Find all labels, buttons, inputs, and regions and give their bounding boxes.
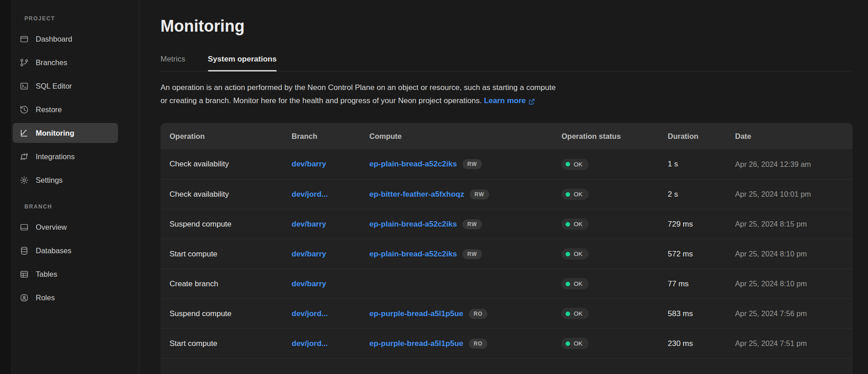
column-header-duration: Duration [668, 132, 735, 141]
table-row: Start compute dev/barry ep-plain-bread-a… [160, 239, 853, 269]
compute-cell: ep-plain-bread-a52c2iks RW [369, 219, 561, 229]
duration-cell: 572 ms [668, 250, 735, 259]
overview-icon [19, 223, 29, 232]
compute-cell: ep-plain-bread-a52c2iks RW [369, 159, 561, 169]
operation-cell: Check availability [170, 190, 292, 199]
sidebar-item-monitoring[interactable]: Monitoring [13, 123, 118, 143]
column-header-operation: Operation [170, 132, 292, 141]
sidebar-item-roles[interactable]: Roles [13, 288, 118, 308]
branch-cell: dev/barry [292, 220, 369, 229]
status-cell: OK [561, 218, 668, 230]
status-cell: OK [561, 338, 668, 349]
duration-cell: 729 ms [668, 220, 735, 229]
duration-cell: 2 s [668, 190, 735, 199]
status-badge: OK [561, 159, 589, 170]
sidebar-item-overview[interactable]: Overview [13, 217, 118, 237]
compute-cell: ep-plain-bread-a52c2iks RW [369, 249, 561, 259]
status-cell: OK [561, 278, 668, 289]
compute-access-badge: RW [462, 219, 482, 229]
status-badge: OK [561, 248, 589, 260]
compute-link[interactable]: ep-purple-bread-a5l1p5ue [369, 309, 463, 318]
operations-table: Operation Branch Compute Operation statu… [160, 123, 853, 374]
compute-access-badge: RO [469, 339, 488, 349]
description-line-1: An operation is an action performed by t… [160, 83, 556, 92]
branch-link[interactable]: dev/barry [292, 160, 326, 168]
sidebar-section-label: BRANCH [13, 204, 118, 210]
sidebar-item-label: SQL Editor [36, 82, 72, 90]
duration-cell: 77 ms [668, 279, 735, 289]
table-row: Suspend compute dev/jord... ep-purple-br… [160, 298, 853, 328]
sidebar-item-label: Integrations [36, 152, 75, 161]
date-cell: Apr 26, 2024 12:39 am [735, 160, 853, 169]
compute-cell: ep-purple-bread-a5l1p5ue RO [369, 339, 561, 349]
sidebar-item-tables[interactable]: Tables [13, 264, 118, 284]
status-ok-dot-icon [566, 282, 570, 286]
monitoring-icon [19, 128, 29, 138]
date-cell: Apr 25, 2024 7:56 pm [735, 309, 853, 318]
status-cell: OK [561, 159, 668, 170]
branch-link[interactable]: dev/jord... [292, 190, 328, 199]
column-header-date: Date [735, 132, 853, 141]
branch-link[interactable]: dev/jord... [292, 339, 328, 348]
sidebar-item-sql-editor[interactable]: SQL Editor [13, 76, 118, 96]
compute-link[interactable]: ep-bitter-feather-a5fxhoqz [369, 190, 464, 199]
compute-link[interactable]: ep-plain-bread-a52c2iks [369, 220, 457, 229]
sidebar-item-dashboard[interactable]: Dashboard [13, 29, 118, 49]
branch-cell: dev/jord... [292, 190, 369, 199]
operation-cell: Create branch [170, 279, 292, 289]
operation-cell: Start compute [170, 339, 292, 348]
sidebar: PROJECT Dashboard Branches SQL Editor Re… [12, 0, 139, 374]
compute-access-badge: RO [469, 309, 488, 319]
tab-system-operations[interactable]: System operations [208, 54, 277, 71]
branch-link[interactable]: dev/jord... [292, 309, 328, 318]
settings-icon [19, 175, 29, 185]
status-badge: OK [561, 189, 589, 200]
status-cell: OK [561, 308, 668, 319]
operation-cell: Suspend compute [170, 220, 292, 229]
column-header-compute: Compute [369, 132, 561, 141]
sidebar-item-databases[interactable]: Databases [13, 241, 118, 260]
roles-icon [19, 293, 29, 303]
status-ok-dot-icon [566, 312, 570, 316]
databases-icon [19, 246, 29, 256]
sidebar-section: PROJECT Dashboard Branches SQL Editor Re… [13, 15, 118, 190]
date-cell: Apr 25, 2024 8:10 pm [735, 250, 853, 258]
duration-cell: 583 ms [668, 309, 735, 318]
operation-cell: Start compute [170, 250, 292, 259]
restore-icon [19, 105, 29, 114]
tab-metrics[interactable]: Metrics [160, 54, 185, 71]
column-header-branch: Branch [292, 132, 369, 141]
status-ok-dot-icon [566, 192, 570, 197]
compute-cell: ep-purple-bread-a5l1p5ue RO [369, 309, 561, 319]
compute-link[interactable]: ep-purple-bread-a5l1p5ue [369, 339, 463, 348]
operation-cell: Check availability [170, 160, 292, 169]
sidebar-item-label: Tables [36, 270, 57, 279]
branch-cell: dev/jord... [292, 339, 369, 348]
sidebar-item-branches[interactable]: Branches [13, 52, 118, 72]
sidebar-item-settings[interactable]: Settings [13, 170, 118, 190]
status-ok-dot-icon [566, 222, 570, 227]
description-line-2: or creating a branch. Monitor here for t… [160, 96, 482, 105]
sidebar-item-integrations[interactable]: Integrations [13, 147, 118, 166]
sidebar-section-label: PROJECT [13, 15, 118, 22]
date-cell: Apr 25, 2024 7:51 pm [735, 339, 853, 348]
compute-link[interactable]: ep-plain-bread-a52c2iks [369, 160, 457, 169]
sidebar-section: BRANCH Overview Databases Tables Roles [13, 204, 118, 308]
status-badge: OK [561, 278, 589, 289]
learn-more-link[interactable]: Learn more [484, 94, 535, 107]
main-content: Monitoring Metrics System operations An … [139, 0, 868, 374]
compute-link[interactable]: ep-plain-bread-a52c2iks [369, 250, 457, 259]
left-rail [0, 0, 12, 374]
page-title: Monitoring [160, 16, 853, 36]
branches-icon [19, 58, 29, 67]
branch-link[interactable]: dev/barry [292, 250, 326, 258]
status-ok-dot-icon [566, 252, 570, 256]
branch-link[interactable]: dev/barry [292, 220, 326, 228]
sidebar-item-restore[interactable]: Restore [13, 99, 118, 119]
compute-access-badge: RW [462, 249, 482, 259]
branch-link[interactable]: dev/barry [292, 279, 326, 288]
table-row: Check availability dev/jord... ep-bitter… [160, 179, 853, 209]
operations-description: An operation is an action performed by t… [160, 81, 853, 107]
status-badge: OK [561, 308, 589, 319]
table-row: Check availability dev/barry ep-plain-br… [160, 149, 853, 179]
